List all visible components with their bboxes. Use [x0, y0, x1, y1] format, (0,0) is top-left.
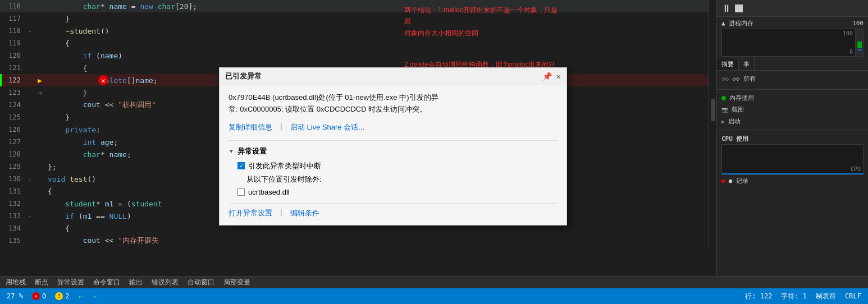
- table-row: 116 char* name = new char[20];: [0, 0, 716, 12]
- open-exception-settings-link[interactable]: 打开异常设置: [229, 208, 272, 218]
- auto-window-tab[interactable]: 自动窗口: [188, 278, 214, 287]
- memory-bar-green: [857, 42, 862, 48]
- checkbox-2-label: ucrtbased.dll: [248, 188, 290, 196]
- status-right: 行: 122 字符: 1 制表符 CRLF: [745, 292, 861, 301]
- error-icon: ✕: [98, 75, 108, 85]
- status-warnings: ! 2: [55, 292, 69, 300]
- memory-bottom-value: 0: [849, 49, 853, 55]
- code-editor: 116 char* name = new char[20]; 117 } 118: [0, 0, 716, 247]
- error-line2: 常: 0xC0000005: 读取位置 0xCDCDCDCD 时发生访问冲突。: [229, 104, 438, 116]
- start-row[interactable]: ▶ 启动: [717, 116, 868, 127]
- record-icon: ●: [721, 177, 725, 185]
- table-row: 119 {: [0, 37, 716, 49]
- checkbox-1[interactable]: ✓: [237, 162, 245, 169]
- process-memory-section: ▲ 进程内存 100 100 0: [717, 17, 868, 58]
- scrollbar-thumb[interactable]: [711, 99, 715, 121]
- stack-tab[interactable]: 用堆栈: [6, 278, 26, 287]
- panel-divider-1: [717, 89, 868, 90]
- dialog-settings: ▼ 异常设置 ✓ 引发此异常类型时中断 从以下位置引发时除外: ucrtb: [229, 140, 558, 196]
- zoom-level[interactable]: 27 %: [7, 292, 23, 300]
- table-row: 117 }: [0, 12, 716, 25]
- event-tab[interactable]: 事: [739, 58, 755, 70]
- start-icon: ▶: [721, 118, 725, 125]
- record-label: ● 记录: [729, 177, 748, 185]
- dialog-error-text: 0x7970E44B (ucrtbased.dll)处(位于 01-new使用.…: [229, 92, 438, 116]
- local-vars-tab[interactable]: 局部变量: [223, 278, 250, 287]
- dialog-footer-links: 打开异常设置 | 编辑条件: [229, 203, 558, 218]
- status-errors: ✕ 0: [32, 292, 46, 300]
- memory-value-100: 100: [852, 20, 864, 27]
- error-list-tab[interactable]: 错误列表: [152, 278, 179, 287]
- panel-items: ◇◇ ◇◇ 所有: [717, 71, 868, 87]
- main-area: 116 char* name = new char[20]; 117 } 118: [0, 0, 868, 276]
- all-events-row[interactable]: ◇◇ ◇◇ 所有: [721, 73, 864, 85]
- dialog-close-x-icon[interactable]: ✕: [556, 72, 561, 81]
- cpu-header: CPU 使用: [721, 135, 864, 143]
- memory-header: ▲ 进程内存 100: [721, 19, 864, 27]
- bottom-toolbar: 用堆栈 断点 异常设置 命令窗口 输出 错误列表 自动窗口 局部变量: [0, 276, 868, 288]
- col-indicator: 字符: 1: [781, 292, 807, 301]
- cpu-graph-line: [722, 173, 863, 174]
- table-row: 118 - ~student(): [0, 25, 716, 37]
- memory-usage-row[interactable]: 内存使用: [717, 92, 868, 104]
- memory-bar-blue: [857, 49, 862, 50]
- record-row[interactable]: ● ● 记录: [721, 175, 864, 187]
- cpu-section-label: CPU 使用: [721, 135, 749, 143]
- cpu-graph: CPU: [721, 144, 864, 175]
- copy-details-link[interactable]: 复制详细信息: [229, 122, 272, 132]
- memory-graph-scrollbar: [855, 29, 863, 56]
- error-line1: 0x7970E44B (ucrtbased.dll)处(位于 01-new使用.…: [229, 92, 438, 104]
- dialog-controls: 📌 ✕: [542, 72, 561, 81]
- screenshot-label: 截图: [732, 105, 744, 114]
- stop-button[interactable]: [735, 4, 743, 12]
- command-window-tab[interactable]: 命令窗口: [93, 278, 120, 287]
- code-editor-wrapper: 116 char* name = new char[20]; 117 } 118: [0, 0, 716, 276]
- panel-divider-2: [717, 130, 868, 130]
- screenshot-row[interactable]: 📷 截图: [717, 104, 868, 116]
- dialog-title: 已引发异常: [225, 71, 262, 81]
- settings-sub-label: 从以下位置引发时除外:: [246, 174, 558, 185]
- summary-tab[interactable]: 摘要: [717, 58, 739, 70]
- dialog-links: 复制详细信息 | 启动 Live Share 会话...: [229, 122, 558, 132]
- error-indicator: ✕: [32, 292, 40, 300]
- right-panel: ⏸ ▲ 进程内存 100 100 0 摘要 事: [716, 0, 868, 276]
- nav-forward-btn[interactable]: →: [92, 292, 97, 301]
- memory-label: ▲ 进程内存: [721, 19, 753, 27]
- all-events-label: ◇◇ 所有: [732, 75, 756, 83]
- checkbox-1-label: 引发此异常类型时中断: [248, 161, 321, 171]
- dialog-titlebar: 已引发异常 📌 ✕: [220, 68, 567, 85]
- encoding-indicator: CRLF: [845, 292, 861, 300]
- table-row: 135 cout << "内存开辟失: [0, 234, 716, 247]
- live-share-link[interactable]: 启动 Live Share 会话...: [290, 122, 364, 132]
- pause-button[interactable]: ⏸: [721, 2, 732, 14]
- start-label: 启动: [728, 117, 741, 126]
- camera-icon: 📷: [721, 107, 728, 113]
- nav-back-btn[interactable]: ←: [78, 292, 83, 301]
- exception-dialog: 已引发异常 📌 ✕ 0x7970E44B (ucrtbased.dll)处(位于…: [219, 67, 567, 225]
- output-tab[interactable]: 输出: [129, 278, 143, 287]
- warning-indicator: !: [55, 292, 63, 300]
- settings-item-1: ✓ 引发此异常类型时中断: [237, 161, 558, 171]
- dialog-body: 0x7970E44B (ucrtbased.dll)处(位于 01-new使用.…: [220, 85, 567, 225]
- panel-top-controls: ⏸: [717, 0, 868, 17]
- panel-tabs: 摘要 事: [717, 58, 868, 71]
- tab-indicator: 制表符: [816, 292, 836, 301]
- dialog-error-row: 0x7970E44B (ucrtbased.dll)处(位于 01-new使用.…: [229, 92, 558, 116]
- breakpoints-tab[interactable]: 断点: [35, 278, 48, 287]
- cpu-section: CPU 使用 CPU ● ● 记录: [717, 132, 868, 187]
- exception-settings-tab[interactable]: 异常设置: [57, 278, 84, 287]
- code-scrollbar[interactable]: [709, 0, 716, 247]
- cpu-graph-label: CPU: [851, 166, 861, 172]
- memory-top-value: 100: [843, 30, 853, 36]
- memory-dot: [721, 96, 726, 100]
- edit-conditions-link[interactable]: 编辑条件: [290, 208, 319, 218]
- warning-count: 2: [65, 292, 69, 300]
- dialog-pin-button[interactable]: 📌: [542, 72, 552, 81]
- collapse-triangle-icon[interactable]: ▼: [229, 148, 234, 154]
- table-row: 120 if (name): [0, 49, 716, 62]
- settings-item-2: ucrtbased.dll: [237, 188, 558, 196]
- settings-header: ▼ 异常设置: [229, 146, 558, 156]
- memory-usage-label: 内存使用: [729, 94, 754, 102]
- checkbox-2[interactable]: [237, 188, 245, 196]
- status-bar: 27 % ✕ 0 ! 2 ← → 行: 122 字符: 1 制表符 CRLF: [0, 288, 868, 304]
